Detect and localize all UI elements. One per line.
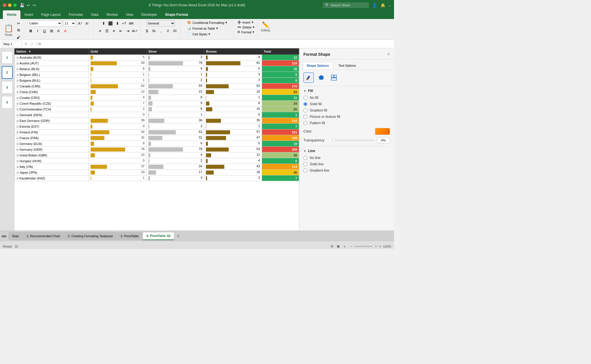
percent-icon[interactable]: % bbox=[151, 28, 157, 34]
tab-view[interactable]: View bbox=[122, 10, 137, 19]
fullscreen-button[interactable] bbox=[13, 3, 17, 7]
tab-insert[interactable]: Insert bbox=[20, 10, 37, 19]
align-center-icon[interactable]: ☰ bbox=[104, 28, 110, 34]
comma-icon[interactable]: , bbox=[158, 28, 164, 34]
italic-button[interactable]: I bbox=[35, 28, 41, 34]
orientation-icon[interactable]: ab↗ bbox=[131, 28, 138, 34]
merge-cells-icon[interactable]: ⊞M bbox=[128, 20, 134, 26]
tab-page-layout[interactable]: Page Layout bbox=[37, 10, 64, 19]
next-sheet-icon[interactable]: ▶ bbox=[4, 234, 7, 238]
sheet-tab-start[interactable]: Start bbox=[8, 232, 22, 240]
add-sheet-button[interactable]: + bbox=[175, 232, 182, 240]
picture-fill-radio[interactable] bbox=[303, 115, 307, 119]
shape-effects-icon[interactable] bbox=[316, 72, 326, 83]
bold-button[interactable]: B bbox=[28, 28, 34, 34]
prev-sheet-icon[interactable]: ◀ bbox=[1, 234, 4, 238]
zoom-in-button[interactable]: + bbox=[379, 244, 381, 249]
color-picker-button[interactable]: ▾ bbox=[375, 128, 390, 135]
decrease-indent-icon[interactable]: ⇤ bbox=[118, 28, 124, 34]
solid-line-radio[interactable] bbox=[303, 162, 307, 166]
transparency-slider[interactable] bbox=[332, 140, 374, 141]
thumb-4[interactable]: 4 bbox=[2, 96, 13, 109]
copy-icon[interactable]: ⧉ bbox=[15, 27, 22, 33]
font-shrink-icon[interactable]: A⁻ bbox=[85, 20, 91, 26]
gradient-fill-radio[interactable] bbox=[303, 108, 307, 112]
delete-button[interactable]: ➖Delete▾ bbox=[236, 25, 256, 29]
pattern-fill-radio[interactable] bbox=[303, 121, 307, 125]
tab-formulas[interactable]: Formulas bbox=[65, 10, 87, 19]
tab-home[interactable]: Home bbox=[3, 10, 20, 19]
align-top-icon[interactable]: ⬆ bbox=[100, 20, 107, 26]
gradient-line-radio[interactable] bbox=[303, 168, 307, 173]
gradient-fill-option[interactable]: Gradient fill bbox=[303, 108, 390, 112]
thumb-1[interactable]: 1 bbox=[2, 51, 13, 64]
name-box[interactable] bbox=[2, 41, 22, 47]
page-layout-view-icon[interactable]: ▣ bbox=[336, 244, 341, 249]
formula-input[interactable] bbox=[43, 42, 392, 46]
picture-fill-option[interactable]: Picture or texture fill bbox=[303, 115, 390, 119]
font-family-select[interactable]: Calibri bbox=[28, 20, 62, 26]
no-line-option[interactable]: No line bbox=[303, 156, 390, 160]
save-icon[interactable]: 💾 bbox=[20, 3, 24, 7]
cell-styles-button[interactable]: 📄 Cell Styles ▾ bbox=[185, 32, 229, 37]
decrease-decimal-icon[interactable]: .0 bbox=[165, 28, 171, 34]
zoom-out-button[interactable]: − bbox=[350, 244, 352, 249]
no-line-radio[interactable] bbox=[303, 156, 307, 160]
close-panel-button[interactable]: × bbox=[387, 52, 390, 57]
align-right-icon[interactable]: ≡ bbox=[111, 28, 117, 34]
tab-data[interactable]: Data bbox=[87, 10, 102, 19]
size-properties-icon[interactable] bbox=[329, 72, 339, 83]
font-size-select[interactable]: 11 bbox=[63, 20, 76, 26]
gradient-line-option[interactable]: Gradient line bbox=[303, 168, 390, 173]
thumb-3[interactable]: 3 bbox=[2, 81, 13, 94]
solid-fill-option[interactable]: Solid fill bbox=[303, 102, 390, 106]
undo-icon[interactable]: ↩ bbox=[27, 3, 30, 7]
format-button[interactable]: ⚙Format▾ bbox=[236, 30, 256, 34]
tab-shape-format[interactable]: Shape Format bbox=[161, 10, 192, 19]
sheet-tab-chart1[interactable]: 1. Recommended Chart bbox=[23, 232, 64, 240]
spreadsheet-area[interactable]: Nation ▼ Gold Silver Bronze Total ⊞Austr… bbox=[14, 48, 299, 231]
fill-color-icon[interactable]: A bbox=[55, 28, 62, 34]
increase-indent-icon[interactable]: ⇥ bbox=[125, 28, 131, 34]
no-fill-option[interactable]: No fill bbox=[303, 96, 390, 100]
format-painter-icon[interactable]: 🖌 bbox=[15, 34, 22, 40]
align-left-icon[interactable]: ≡ bbox=[97, 28, 103, 34]
font-color-icon[interactable]: A bbox=[62, 28, 68, 34]
normal-view-icon[interactable]: ⊞ bbox=[329, 244, 334, 249]
thumb-2[interactable]: 2 bbox=[2, 66, 13, 79]
conditional-formatting-button[interactable]: 🎨 Conditional Formatting ▾ bbox=[185, 20, 229, 25]
chevron-down-icon[interactable]: ⌄ bbox=[388, 3, 391, 7]
tab-developer[interactable]: Developer bbox=[137, 10, 161, 19]
page-break-view-icon[interactable]: ≡ bbox=[342, 244, 347, 249]
tab-text-options[interactable]: Text Options bbox=[334, 62, 360, 69]
sheet-tab-pivot-sli[interactable]: 4. PivotTable Sli bbox=[143, 232, 174, 240]
solid-fill-radio[interactable] bbox=[303, 102, 307, 106]
account-icon[interactable]: 👤 bbox=[372, 3, 378, 8]
fill-section-header[interactable]: ▼ Fill bbox=[303, 89, 390, 93]
confirm-formula-icon[interactable]: ✓ bbox=[30, 42, 34, 46]
tab-review[interactable]: Review bbox=[102, 10, 122, 19]
wrap-text-icon[interactable]: ↵T bbox=[121, 20, 127, 26]
border-icon[interactable]: ⊞ bbox=[48, 28, 55, 34]
cut-icon[interactable]: ✂ bbox=[15, 20, 22, 26]
sheet-tab-chart2[interactable]: 2. Charting Formating Taskpane bbox=[64, 232, 116, 240]
close-button[interactable] bbox=[3, 3, 6, 7]
zoom-slider[interactable] bbox=[354, 246, 377, 247]
search-bar[interactable]: 🔍 Search Sheet bbox=[323, 2, 369, 8]
redo-icon[interactable]: ↪ bbox=[32, 3, 36, 7]
format-as-table-button[interactable]: 📊 Format as Table ▾ bbox=[185, 26, 229, 31]
increase-decimal-icon[interactable]: .00 bbox=[171, 28, 178, 34]
tab-shape-options[interactable]: Shape Options bbox=[302, 62, 333, 69]
minimize-button[interactable] bbox=[8, 3, 12, 7]
fill-line-icon[interactable] bbox=[303, 72, 314, 83]
sheet-tab-pivot[interactable]: 3. PivotTable bbox=[117, 232, 142, 240]
pattern-fill-option[interactable]: Pattern fill bbox=[303, 121, 390, 125]
underline-button[interactable]: U bbox=[41, 28, 48, 34]
nation-filter-icon[interactable]: ▼ bbox=[28, 50, 31, 53]
align-bottom-icon[interactable]: ⬇ bbox=[114, 20, 121, 26]
no-fill-radio[interactable] bbox=[303, 96, 307, 100]
paste-button[interactable]: 📋 Paste bbox=[4, 24, 13, 37]
notifications-icon[interactable]: 🔔 bbox=[380, 3, 385, 7]
insert-button[interactable]: ➕Insert▾ bbox=[236, 20, 256, 24]
solid-line-option[interactable]: Solid line bbox=[303, 162, 390, 166]
